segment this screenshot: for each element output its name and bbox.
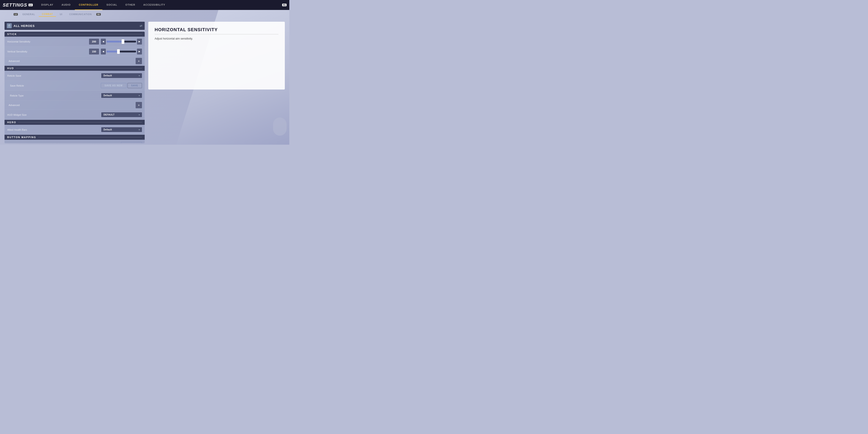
subtab-communication[interactable]: COMMUNICATION — [66, 12, 95, 17]
hero-selector[interactable]: ALL HEROES ⇄ — [4, 22, 145, 30]
section-button-mapping-header: BUTTON MAPPING — [4, 135, 145, 140]
horizontal-sensitivity-decrease[interactable]: ◀ — [101, 39, 106, 44]
hero-name: ALL HEROES — [13, 24, 138, 28]
row-vertical-sensitivity: Vertical Sensitivity ◀ ▶ — [4, 46, 145, 57]
individual-hero-button-mappings-label: Individual Hero Button Mappings — [7, 143, 121, 144]
horizontal-sensitivity-fill — [107, 41, 123, 42]
tab-audio[interactable]: AUDIO — [57, 0, 74, 10]
horizontal-sensitivity-increase[interactable]: ▶ — [137, 39, 142, 44]
row-hud-widget-size: HUD Widget Size DEFAULT — [4, 110, 145, 120]
row-horizontal-sensitivity: Horizontal Sensitivity ◀ ▶ — [4, 37, 145, 46]
stick-advanced-label: Advanced — [7, 60, 135, 62]
reticle-type-dropdown-wrapper: Default — [101, 93, 142, 98]
section-hud-header: HUD — [4, 66, 145, 71]
badge-r1: R1 — [282, 4, 287, 6]
svg-point-0 — [8, 24, 10, 26]
section-stick-header: STICK — [4, 32, 145, 37]
right-panel: HORIZONTAL SENSITIVITY Adjust horizontal… — [148, 22, 285, 90]
vertical-sensitivity-fill — [107, 51, 119, 53]
subtab-ui[interactable]: UI — [57, 12, 66, 17]
row-hud-advanced: Advanced + — [4, 101, 145, 110]
vertical-sensitivity-track[interactable] — [107, 51, 136, 53]
sub-nav: L2 GENERAL COMBAT UI COMMUNICATION R2 — [0, 10, 289, 18]
section-stick-line — [19, 34, 142, 34]
hud-advanced-expand[interactable]: + — [135, 102, 142, 108]
tab-accessibility[interactable]: ACCESSIBILITY — [139, 0, 169, 10]
row-save-reticle: Save Reticle SAVE AS NEW SAVE — [4, 81, 145, 91]
tab-other[interactable]: OTHER — [121, 0, 140, 10]
vertical-sensitivity-decrease[interactable]: ◀ — [101, 49, 106, 55]
reticle-type-dropdown[interactable]: Default — [101, 93, 142, 98]
vertical-sensitivity-input[interactable] — [89, 49, 99, 55]
horizontal-sensitivity-track[interactable] — [107, 41, 136, 42]
subbadge-l2: L2 — [13, 13, 18, 16]
row-reticle-save: Reticle Save Default — [4, 71, 145, 81]
section-button-mapping-line — [38, 137, 142, 137]
tab-social[interactable]: SOCIAL — [102, 0, 121, 10]
subtab-combat[interactable]: COMBAT — [39, 12, 56, 17]
horizontal-sensitivity-input[interactable] — [89, 39, 99, 44]
section-hero-title: HERO — [7, 121, 16, 124]
stick-advanced-expand[interactable]: + — [135, 58, 142, 64]
row-allied-health-bars: Allied Health Bars Default — [4, 125, 145, 135]
tab-controller[interactable]: CONTROLLER — [75, 0, 102, 10]
reticle-save-label: Reticle Save — [7, 74, 101, 77]
info-title: HORIZONTAL SENSITIVITY — [155, 27, 278, 34]
app-title: SETTINGS — [3, 2, 27, 8]
hero-swap-icon[interactable]: ⇄ — [140, 24, 143, 28]
reticle-save-dropdown-wrapper: Default — [101, 73, 142, 78]
horizontal-sensitivity-thumb[interactable] — [122, 39, 124, 44]
section-hud-line — [16, 68, 142, 68]
row-individual-hero-button-mappings: Individual Hero Button Mappings SELECT — [4, 140, 145, 143]
hud-widget-size-label: HUD Widget Size — [7, 114, 101, 116]
hero-icon — [7, 23, 12, 28]
section-hud-title: HUD — [7, 67, 14, 70]
vertical-sensitivity-thumb[interactable] — [117, 49, 120, 54]
reticle-type-label: Reticle Type — [7, 94, 101, 97]
hud-widget-size-dropdown-wrapper: DEFAULT — [101, 112, 142, 117]
select-button[interactable]: SELECT — [121, 142, 142, 143]
row-reticle-type: Reticle Type Default — [4, 91, 145, 101]
vertical-sensitivity-increase[interactable]: ▶ — [137, 49, 142, 55]
badge-l1: L1 — [29, 4, 33, 6]
reticle-save-dropdown[interactable]: Default — [101, 73, 142, 78]
vertical-sensitivity-control: ◀ ▶ — [89, 49, 142, 55]
subbadge-r2: R2 — [96, 13, 101, 16]
section-button-mapping-title: BUTTON MAPPING — [7, 136, 36, 138]
row-stick-advanced: Advanced + — [4, 57, 145, 66]
allied-health-bars-label: Allied Health Bars — [7, 128, 101, 131]
settings-panel: STICK Horizontal Sensitivity ◀ ▶ V — [4, 32, 145, 143]
top-nav: SETTINGS L1 DISPLAY AUDIO CONTROLLER SOC… — [0, 0, 289, 10]
vertical-sensitivity-label: Vertical Sensitivity — [7, 50, 89, 53]
hud-advanced-label: Advanced — [7, 104, 135, 106]
allied-health-bars-dropdown[interactable]: Default — [101, 127, 142, 132]
main-content: ALL HEROES ⇄ STICK Horizontal Sensitivit… — [0, 18, 289, 145]
info-description: Adjust horizontal aim sensitivity. — [155, 37, 278, 41]
save-button[interactable]: SAVE — [127, 83, 142, 88]
left-panel: ALL HEROES ⇄ STICK Horizontal Sensitivit… — [4, 22, 145, 145]
tab-display[interactable]: DISPLAY — [37, 0, 58, 10]
subtab-general[interactable]: GENERAL — [19, 12, 38, 17]
horizontal-sensitivity-label: Horizontal Sensitivity — [7, 40, 89, 43]
allied-health-bars-dropdown-wrapper: Default — [101, 127, 142, 132]
horizontal-sensitivity-control: ◀ ▶ — [89, 39, 142, 44]
save-as-new-button[interactable]: SAVE AS NEW — [101, 83, 127, 88]
section-hero-header: HERO — [4, 120, 145, 125]
section-hero-line — [18, 122, 142, 123]
save-reticle-label: Save Reticle — [7, 84, 101, 87]
section-stick-title: STICK — [7, 33, 17, 35]
hud-widget-size-dropdown[interactable]: DEFAULT — [101, 112, 142, 117]
